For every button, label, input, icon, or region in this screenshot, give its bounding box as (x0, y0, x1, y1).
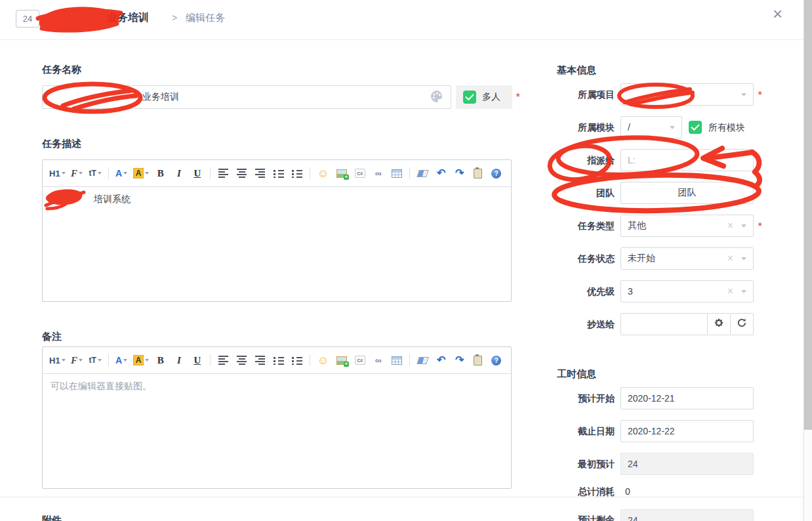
assignee-input[interactable]: L: (620, 149, 754, 171)
unordered-list-icon[interactable] (289, 352, 305, 368)
underline-icon[interactable]: U (189, 352, 205, 368)
priority-select[interactable]: 3 × (620, 280, 754, 302)
insert-image-icon[interactable] (333, 352, 350, 368)
redo-icon[interactable]: ↷ (451, 165, 468, 181)
align-right-icon[interactable] (252, 165, 268, 181)
align-left-icon[interactable] (215, 165, 232, 181)
font-color-icon[interactable]: A (113, 352, 130, 368)
description-editor: H1FtTAABIU☺C#∞↶↷? 培训系统 (42, 159, 512, 302)
paste-icon[interactable] (470, 352, 486, 368)
font-color-icon[interactable]: A (113, 165, 130, 181)
cc-settings-button[interactable] (707, 313, 731, 335)
team-button[interactable]: 团队 (620, 182, 754, 204)
font-size-icon[interactable]: tT (87, 352, 104, 368)
clear-icon[interactable]: × (727, 286, 733, 297)
module-select[interactable]: / (620, 116, 682, 138)
heading-icon[interactable]: H1 (48, 165, 67, 181)
link-icon[interactable]: ∞ (370, 352, 386, 368)
chevron-down-icon (670, 126, 675, 129)
cc-label: 抄送给 (554, 319, 615, 331)
check-icon (691, 122, 699, 131)
remaining-value: 24 (628, 515, 638, 521)
table-icon[interactable] (388, 165, 405, 181)
chevron-down-icon (145, 172, 149, 175)
font-size-icon[interactable]: tT (87, 165, 104, 181)
est-start-input[interactable]: 2020-12-21 (620, 387, 754, 409)
table-icon[interactable] (388, 352, 405, 368)
italic-icon[interactable]: I (171, 165, 187, 181)
chevron-down-icon (98, 172, 102, 175)
attachment-label: 附件 (42, 514, 62, 521)
font-family-icon[interactable]: F (69, 165, 85, 181)
ordered-list-icon[interactable] (270, 165, 287, 181)
unordered-list-icon[interactable] (289, 165, 305, 181)
chevron-down-icon (123, 172, 127, 175)
status-label: 任务状态 (554, 253, 615, 265)
first-estimate-label: 最初预计 (554, 459, 615, 470)
first-estimate-input: 24 (620, 453, 754, 475)
italic-icon[interactable]: I (171, 352, 187, 368)
toolbar-separator (210, 167, 211, 179)
multi-user-label: 多人 (482, 91, 500, 103)
cc-input[interactable] (620, 313, 708, 335)
underline-icon[interactable]: U (189, 165, 205, 181)
align-center-icon[interactable] (233, 165, 250, 181)
chevron-down-icon (741, 257, 746, 260)
scrollbar-thumb[interactable] (804, 0, 812, 430)
code-icon[interactable]: C# (352, 352, 368, 368)
highlight-color-icon[interactable]: A (132, 165, 151, 181)
font-family-icon[interactable]: F (69, 352, 85, 368)
emoticon-icon[interactable]: ☺ (315, 352, 331, 368)
bold-icon[interactable]: B (152, 165, 169, 181)
task-name-label: 任务名称 (42, 64, 81, 76)
undo-icon[interactable]: ↶ (433, 352, 449, 368)
project-select[interactable] (620, 83, 754, 106)
heading-icon[interactable]: H1 (48, 352, 67, 368)
eraser-icon[interactable] (415, 352, 431, 368)
type-select[interactable]: 其他 × (620, 215, 754, 237)
all-modules-checkbox[interactable] (689, 121, 702, 134)
code-icon[interactable]: C# (352, 165, 368, 181)
status-select[interactable]: 未开始 × (620, 247, 754, 270)
task-name-value: 业务培训 (49, 91, 179, 103)
deadline-input[interactable]: 2020-12-22 (620, 420, 754, 442)
undo-icon[interactable]: ↶ (433, 165, 449, 181)
align-right-icon[interactable] (252, 352, 268, 368)
module-value: / (628, 122, 630, 133)
deadline-value: 2020-12-22 (628, 426, 675, 436)
toolbar-separator (108, 167, 109, 179)
link-icon[interactable]: ∞ (370, 165, 386, 181)
redo-icon[interactable]: ↷ (451, 352, 468, 368)
eraser-icon[interactable] (415, 165, 431, 181)
multi-user-checkbox[interactable] (463, 91, 476, 104)
palette-icon[interactable] (430, 89, 444, 106)
cc-refresh-button[interactable] (730, 313, 754, 335)
assignee-label: 指派给 (554, 155, 615, 167)
remark-placeholder: 可以在编辑器直接贴图。 (51, 381, 152, 391)
description-toolbar: H1FtTAABIU☺C#∞↶↷? (43, 160, 511, 187)
highlight-color-icon[interactable]: A (132, 352, 151, 368)
insert-image-icon[interactable] (333, 165, 350, 181)
chevron-down-icon (98, 359, 102, 362)
remark-content-area[interactable]: 可以在编辑器直接贴图。 (43, 374, 511, 399)
bold-icon[interactable]: B (152, 352, 169, 368)
close-icon[interactable]: × (773, 5, 782, 22)
description-content-area[interactable]: 培训系统 (43, 187, 511, 212)
ordered-list-icon[interactable] (270, 352, 287, 368)
toolbar-separator (409, 354, 410, 366)
emoticon-icon[interactable]: ☺ (315, 165, 331, 181)
est-start-value: 2020-12-21 (628, 393, 675, 404)
clear-icon[interactable]: × (727, 220, 733, 231)
task-name-required: * (516, 91, 519, 102)
help-icon[interactable]: ? (488, 165, 504, 181)
hours-heading: 工时信息 (557, 368, 596, 381)
clear-icon[interactable]: × (727, 253, 733, 264)
task-name-input[interactable]: 业务培训 (42, 85, 451, 109)
paste-icon[interactable] (470, 165, 486, 181)
type-label: 任务类型 (554, 220, 615, 232)
align-center-icon[interactable] (233, 352, 250, 368)
remaining-input: 24 (620, 509, 754, 521)
align-left-icon[interactable] (215, 352, 232, 368)
help-icon[interactable]: ? (488, 352, 504, 368)
scrollbar-track[interactable] (803, 0, 812, 521)
